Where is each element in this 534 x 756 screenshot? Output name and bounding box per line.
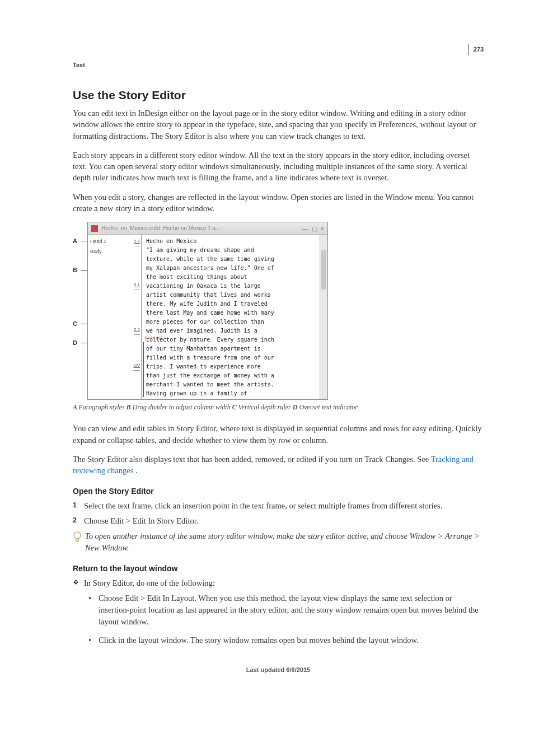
- story-line: of our tiny Manhattan apartment is: [146, 344, 316, 353]
- return-layout-lead-list: In Story Editor, do one of the following…: [73, 577, 484, 589]
- story-line: Hecho en Mexico: [146, 237, 316, 246]
- story-editor-titlebar: Hecho_en_Mexico.indd: Hecho en Mexico 1 …: [88, 222, 327, 235]
- step-2: Choose Edit > Edit In Story Editor.: [73, 515, 484, 527]
- story-editor-figure: A B C D Hecho_en_Mexico.indd: Hecho en M…: [73, 222, 484, 400]
- tip-row: To open another instance of the same sto…: [73, 530, 484, 554]
- page-number: 273: [469, 44, 484, 55]
- open-story-editor-heading: Open the Story Editor: [73, 487, 484, 496]
- figure-callouts: A B C D: [73, 222, 87, 400]
- last-updated-footer: Last updated 6/6/2015: [73, 666, 484, 673]
- story-line: there last May and came home with many: [146, 309, 316, 318]
- story-line: than just the exchange of money with a: [146, 371, 316, 380]
- return-layout-bullets: Choose Edit > Edit In Layout. When you u…: [73, 592, 484, 646]
- story-line: "I am giving my dreams shape and: [146, 246, 316, 255]
- ruler-mark-ov: OV: [133, 361, 140, 371]
- story-line: vacationing in Oaxaca is the large: [146, 282, 316, 291]
- story-editor-window: Hecho_en_Mexico.indd: Hecho en Mexico 1 …: [87, 222, 328, 400]
- close-button[interactable]: ×: [321, 224, 324, 233]
- intro-paragraph-3: When you edit a story, changes are refle…: [73, 192, 484, 214]
- section-label: Text: [73, 62, 484, 68]
- ruler-mark-3: 5.5: [134, 325, 140, 335]
- callout-d: D: [73, 339, 78, 346]
- story-line: trips. I wanted to experience more: [146, 362, 316, 371]
- open-story-editor-steps: Select the text frame, click an insertio…: [73, 500, 484, 527]
- story-line: collector by nature. Every square inch: [146, 335, 316, 344]
- story-line: filled with a treasure from one of our: [146, 353, 316, 362]
- return-layout-heading: Return to the layout window: [73, 564, 484, 573]
- return-bullet-1: Choose Edit > Edit In Layout. When you u…: [88, 592, 484, 628]
- maximize-button[interactable]: ▢: [312, 224, 317, 233]
- story-line: there. My wife Judith and I traveled: [146, 300, 316, 309]
- story-editor-style-column[interactable]: Head 1 Body 0.2 3.1 5.5 OV: [88, 235, 142, 399]
- step-1: Select the text frame, click an insertio…: [73, 500, 484, 512]
- story-line: my Xalapan ancestors new life." One of: [146, 264, 316, 273]
- return-lead-item: In Story Editor, do one of the following…: [73, 577, 484, 589]
- story-line: the most exciting things about: [146, 273, 316, 282]
- story-line: merchant—I wanted to meet the artists.: [146, 380, 316, 389]
- story-line: sculptors (my father took commissions: [146, 398, 316, 399]
- story-line: Having grown up in a family of: [146, 389, 316, 398]
- intro-paragraph-2: Each story appears in a different story …: [73, 150, 484, 184]
- tip-text: To open another instance of the same sto…: [85, 530, 484, 554]
- minimize-button[interactable]: —: [302, 224, 308, 233]
- paragraph-style-head1: Head 1: [90, 237, 140, 246]
- figure-caption: A Paragraph styles B Drag divider to adj…: [73, 403, 484, 412]
- ruler-mark-1: 0.2: [134, 237, 140, 246]
- app-icon: [91, 225, 98, 232]
- window-title: Hecho_en_Mexico.indd: Hecho en Mexico 1 …: [101, 224, 299, 233]
- intro-paragraph-1: You can edit text in InDesign either on …: [73, 108, 484, 142]
- callout-c: C: [73, 320, 78, 327]
- story-line: texture, while at the same time giving: [146, 255, 316, 264]
- svg-point-0: [74, 532, 81, 539]
- story-line: artist community that lives and works: [146, 291, 316, 300]
- scroll-thumb[interactable]: [321, 250, 326, 290]
- overset-label: Overset: [145, 333, 163, 342]
- vertical-scrollbar[interactable]: [320, 235, 327, 399]
- paragraph-style-body: Body: [90, 247, 140, 256]
- ruler-mark-2: 3.1: [134, 281, 140, 290]
- lightbulb-icon: [73, 531, 83, 544]
- callout-b: B: [73, 267, 78, 273]
- return-bullet-2: Click in the layout window. The story wi…: [88, 634, 484, 646]
- svg-rect-1: [76, 539, 79, 540]
- page-title: Use the Story Editor: [73, 88, 484, 102]
- callout-a: A: [73, 237, 78, 244]
- tables-paragraph: You can view and edit tables in Story Ed…: [73, 423, 484, 446]
- track-changes-paragraph: The Story Editor also displays text that…: [73, 454, 484, 477]
- story-line: more pieces for our collection than: [146, 318, 316, 326]
- story-line: we had ever imagined. Judith is a: [146, 326, 316, 335]
- overset-indicator: [143, 342, 144, 397]
- story-editor-text-column[interactable]: Overset Hecho en Mexico "I am giving my …: [142, 235, 320, 399]
